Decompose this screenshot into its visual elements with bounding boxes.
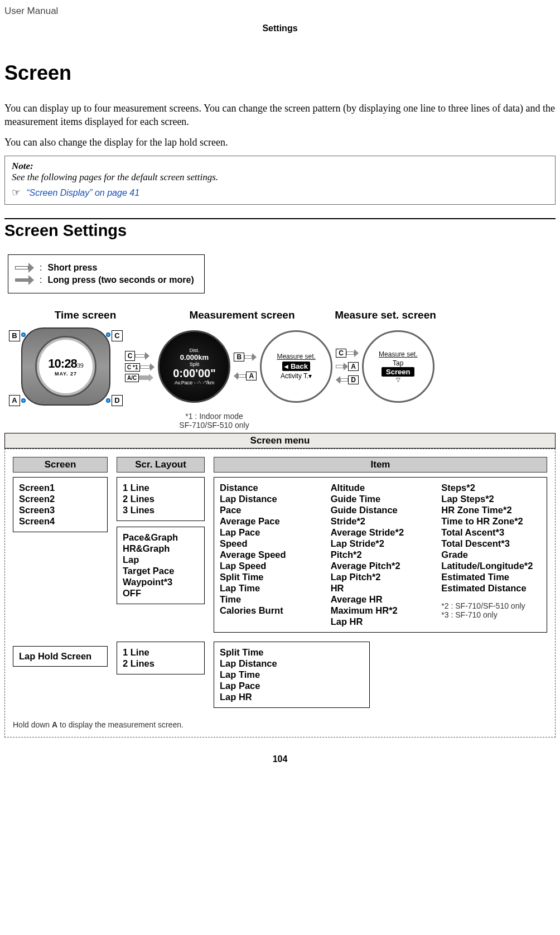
item-pitch: Pitch*2 — [331, 550, 431, 560]
item-estdist: Estimated Distance — [441, 583, 541, 594]
screen4: Screen4 — [19, 516, 102, 527]
layout-2lines: 2 Lines — [123, 494, 199, 504]
hold-down-note: Hold down A to display the measurement s… — [13, 720, 547, 729]
legend-colon: : — [40, 275, 42, 285]
laphold-1line: 1 Line — [123, 647, 199, 658]
item-hrzonetime: HR Zone Time*2 — [441, 505, 541, 515]
lh-laphr: Lap HR — [220, 692, 364, 702]
time-screen-label: Time screen — [27, 309, 144, 321]
item-avgspeed: Average Speed — [220, 550, 320, 560]
item-lappitch: Lap Pitch*2 — [331, 572, 431, 582]
button-c-label: C — [112, 330, 123, 341]
meas-pace-label: Av.Pace — [175, 380, 193, 385]
watch-seconds: 39 — [77, 362, 84, 369]
screen3: Screen3 — [19, 505, 102, 515]
time-to-meas-arrows: C C *1 A/C — [125, 351, 155, 382]
page-title: Screen — [4, 61, 556, 85]
layout-graph-box: Pace&Graph HR&Graph Lap Target Pace Wayp… — [117, 527, 205, 604]
item-splittime: Split Time — [220, 572, 320, 582]
header-section: Settings — [4, 23, 556, 33]
item-time: Time — [220, 594, 320, 605]
item-guidetime: Guide Time — [331, 494, 431, 504]
meas-to-set-arrows: B A — [234, 353, 257, 380]
press-c-arrow: C — [125, 351, 155, 361]
screen1: Screen1 — [19, 483, 102, 493]
laphold-2lines: 2 Lines — [123, 658, 199, 669]
press-c-nav: C — [336, 349, 359, 358]
set2-tap: Tap — [393, 359, 403, 367]
meas-split-value: 0:00'00" — [173, 367, 216, 380]
pointer-icon: ☞ — [12, 186, 21, 199]
lh-laptime: Lap Time — [220, 669, 364, 680]
long-press-label: Long press (two seconds or more) — [47, 275, 194, 285]
item-laphr: Lap HR — [331, 616, 431, 627]
meas-dist-value: 0.000km — [180, 353, 209, 362]
intro-para-1: You can display up to four measurement s… — [4, 102, 556, 129]
meas-pace-value: - -'- -"/km — [194, 380, 214, 385]
set1-title: Measure set. — [277, 353, 315, 360]
indoor-mode-footnote: *1 : Indoor mode SF-710/SF-510 only — [142, 412, 287, 430]
star2-note: *2 : SF-710/SF-510 only — [441, 601, 541, 610]
manual-name: User Manual — [4, 6, 556, 17]
item-lapstride: Lap Stride*2 — [331, 538, 431, 549]
measure-set-back-screen: Measure set. ◂ Back Activity T.▾ — [260, 330, 332, 403]
press-c-indoor-arrow: C *1 — [125, 363, 155, 372]
screen-list-box: Screen1 Screen2 Screen3 Screen4 — [13, 477, 108, 532]
item-totalascent: Total Ascent*3 — [441, 527, 541, 538]
short-press-label: Short press — [47, 263, 97, 273]
lap-hold-label: Lap Hold Screen — [19, 651, 91, 661]
set2-screen: Screen — [382, 367, 414, 377]
press-legend: : Short press : Long press (two seconds … — [8, 254, 205, 293]
item-avgstride: Average Stride*2 — [331, 527, 431, 538]
meas-dist-label: Dist. — [189, 348, 199, 353]
intro-para-2: You can also change the display for the … — [4, 136, 556, 149]
layout-off: OFF — [123, 588, 199, 599]
watch-date: MAY. 27 — [55, 371, 77, 377]
screen-menu-title: Screen menu — [4, 433, 556, 449]
item-latlon: Latitude/Longitude*2 — [441, 561, 541, 571]
item-maxhr: Maximum HR*2 — [331, 605, 431, 616]
item-lappace: Lap Pace — [220, 527, 320, 538]
set-nav-arrows: C A D — [336, 349, 359, 384]
item-timetohrzone: Time to HR Zone*2 — [441, 516, 541, 527]
item-esttime: Estimated Time — [441, 572, 541, 582]
layout-targetpace: Target Pace — [123, 566, 199, 576]
item-lapdistance: Lap Distance — [220, 494, 320, 504]
short-press-arrow-icon — [14, 263, 34, 273]
cross-reference-link[interactable]: “Screen Display” on page 41 — [26, 188, 139, 197]
note-body: See the following pages for the default … — [12, 172, 548, 183]
press-d-nav: D — [336, 375, 359, 384]
screen-menu-box: Screen Screen1 Screen2 Screen3 Screen4 S… — [4, 449, 556, 738]
item-calories: Calories Burnt — [220, 605, 320, 616]
star3-note: *3 : SF-710 only — [441, 610, 541, 619]
item-lapsteps: Lap Steps*2 — [441, 494, 541, 504]
set1-activity: Activity T.▾ — [281, 372, 312, 380]
item-guidedist: Guide Distance — [331, 505, 431, 515]
page-number: 104 — [4, 754, 556, 764]
section-title: Screen Settings — [4, 221, 556, 240]
measurement-screen-preview: Dist. 0.000km Split 0:00'00" Av.Pace - -… — [158, 330, 230, 403]
meas-split-label: Split — [190, 362, 200, 367]
measure-set-screen-label: Measure set. screen — [327, 309, 444, 321]
press-b-arrow: B — [234, 353, 257, 362]
set1-back: ◂ Back — [282, 362, 310, 371]
item-totaldescent: Total Descent*3 — [441, 538, 541, 549]
layout-hrgraph: HR&Graph — [123, 543, 199, 554]
press-a-arrow: A — [234, 372, 257, 380]
navigation-flow: 10:2839 MAY. 27 B C A D C C *1 A/C Dist.… — [4, 325, 556, 408]
button-b-label: B — [9, 330, 20, 341]
item-avgpace: Average Pace — [220, 516, 320, 527]
press-a-nav: A — [336, 362, 359, 371]
long-press-arrow-icon — [14, 275, 34, 285]
note-box: Note: See the following pages for the de… — [4, 156, 556, 205]
item-distance: Distance — [220, 483, 320, 493]
col-head-layout: Scr. Layout — [117, 457, 205, 473]
measure-set-screen: Measure set. Tap Screen ▽ — [362, 330, 435, 403]
layout-lap: Lap — [123, 555, 199, 565]
item-hr: HR — [331, 583, 431, 594]
col-head-screen: Screen — [13, 457, 108, 473]
watch-device: 10:2839 MAY. 27 B C A D — [10, 325, 122, 408]
legend-colon: : — [40, 263, 42, 273]
screen2: Screen2 — [19, 494, 102, 504]
lh-lapdist: Lap Distance — [220, 658, 364, 669]
